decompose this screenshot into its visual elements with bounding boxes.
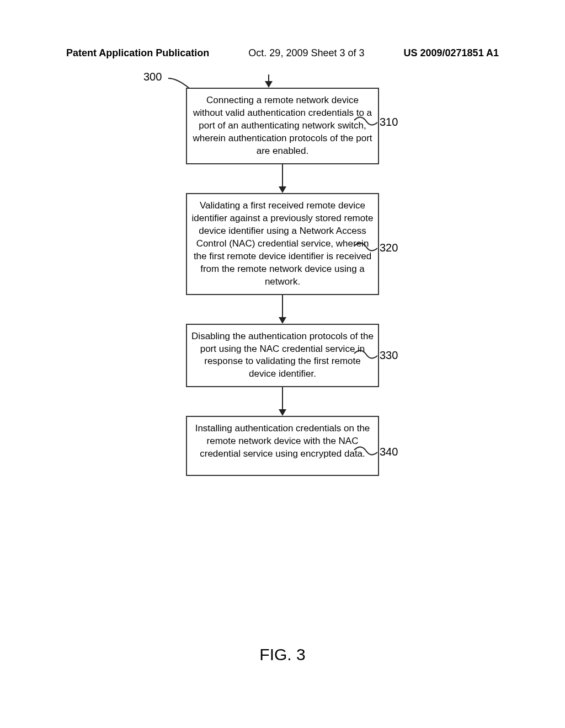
page-header: Patent Application Publication Oct. 29, … <box>0 47 565 59</box>
callout-340-label: 340 <box>380 446 398 458</box>
step-330-text: Disabling the authentication protocols o… <box>191 331 374 379</box>
step-310-box: Connecting a remote network device witho… <box>186 88 379 164</box>
callout-310: 310 <box>380 116 398 129</box>
step-320-box: Validating a first received remote devic… <box>186 193 379 295</box>
callout-330: 330 <box>380 349 398 362</box>
callout-310-label: 310 <box>380 116 398 128</box>
step-310-text: Connecting a remote network device witho… <box>193 95 372 156</box>
arrow-330-to-340 <box>279 387 286 416</box>
flow-entry-arrow <box>265 74 273 88</box>
header-left: Patent Application Publication <box>66 47 209 59</box>
patent-page: Patent Application Publication Oct. 29, … <box>0 0 565 728</box>
callout-320: 320 <box>380 242 398 254</box>
arrow-320-to-330 <box>279 295 286 324</box>
callout-curve-icon <box>353 240 379 254</box>
callout-340: 340 <box>380 446 398 458</box>
figure-label: FIG. 3 <box>0 645 565 664</box>
callout-curve-icon <box>353 348 379 361</box>
callout-330-label: 330 <box>380 349 398 361</box>
step-320-text: Validating a first received remote devic… <box>192 200 374 287</box>
arrow-310-to-320 <box>279 164 286 193</box>
callout-320-label: 320 <box>380 242 398 254</box>
header-right: US 2009/0271851 A1 <box>404 47 499 59</box>
flowchart: Connecting a remote network device witho… <box>0 74 565 476</box>
callout-curve-icon <box>353 445 379 458</box>
header-center: Oct. 29, 2009 Sheet 3 of 3 <box>248 47 364 59</box>
step-340-text: Installing authentication credentials on… <box>195 423 370 459</box>
step-340-box: Installing authentication credentials on… <box>186 416 379 476</box>
callout-curve-icon <box>353 115 379 128</box>
step-330-box: Disabling the authentication protocols o… <box>186 324 379 388</box>
